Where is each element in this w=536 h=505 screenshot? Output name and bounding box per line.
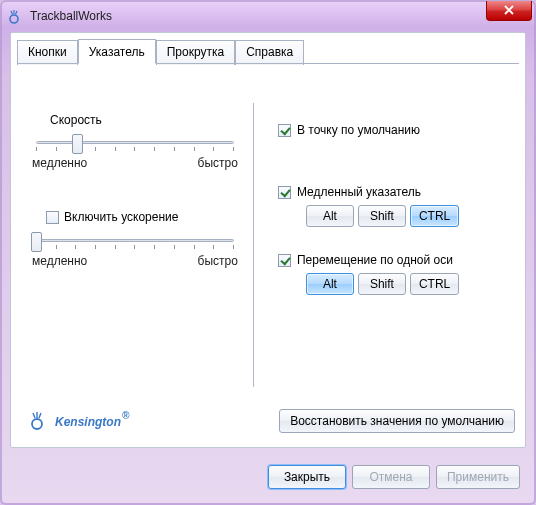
speed-label: Скорость: [50, 113, 238, 127]
slow-pointer-label: Медленный указатель: [297, 185, 421, 199]
titlebar[interactable]: TrackballWorks: [2, 2, 534, 30]
dialog-footer: Закрыть Отмена Применить: [268, 465, 520, 489]
acceleration-slider-thumb[interactable]: [31, 232, 42, 252]
acceleration-group: Включить ускорение медленно быстро: [32, 210, 238, 268]
brand-text: Kensington: [55, 415, 121, 429]
window-frame: TrackballWorks Кнопки Указатель Прокрутк…: [0, 0, 536, 505]
slow-mod-ctrl[interactable]: CTRL: [410, 205, 459, 227]
brand-logo: Kensington ®: [29, 410, 128, 433]
speed-slider-rail: [36, 141, 234, 144]
app-icon: [8, 8, 24, 24]
acceleration-checkbox[interactable]: [46, 211, 59, 224]
axis-lock-label: Перемещение по одной оси: [297, 253, 453, 267]
speed-slider-ticks: [36, 147, 234, 153]
slow-mod-alt[interactable]: Alt: [306, 205, 354, 227]
tab-pointer[interactable]: Указатель: [78, 39, 156, 64]
right-column: В точку по умолчанию Медленный указатель…: [253, 103, 519, 387]
slow-pointer-checkbox[interactable]: [278, 186, 291, 199]
tab-bar: Кнопки Указатель Прокрутка Справка: [17, 39, 531, 64]
acceleration-max-label: быстро: [198, 254, 238, 268]
apply-button: Применить: [436, 465, 520, 489]
speed-slider[interactable]: [32, 132, 238, 154]
axis-mod-ctrl[interactable]: CTRL: [410, 273, 459, 295]
axis-lock-modifiers: Alt Shift CTRL: [306, 273, 504, 295]
brand-icon: [29, 410, 49, 433]
left-column: Скорость медленно быстро Включить уско: [17, 63, 253, 397]
slow-mod-shift[interactable]: Shift: [358, 205, 406, 227]
acceleration-min-label: медленно: [32, 254, 87, 268]
axis-lock-checkbox[interactable]: [278, 254, 291, 267]
tab-help[interactable]: Справка: [235, 40, 304, 65]
svg-point-1: [32, 419, 42, 429]
cancel-button: Отмена: [352, 465, 430, 489]
window-close-button[interactable]: [486, 1, 532, 21]
tab-buttons[interactable]: Кнопки: [17, 40, 78, 65]
window-title: TrackballWorks: [30, 9, 112, 23]
speed-max-label: быстро: [198, 156, 238, 170]
snap-default-label: В точку по умолчанию: [297, 123, 420, 137]
speed-min-max: медленно быстро: [32, 156, 238, 170]
snap-default-checkbox[interactable]: [278, 124, 291, 137]
restore-defaults-label: Восстановить значения по умолчанию: [290, 414, 504, 428]
acceleration-min-max: медленно быстро: [32, 254, 238, 268]
acceleration-slider-ticks: [36, 245, 234, 251]
restore-defaults-button[interactable]: Восстановить значения по умолчанию: [279, 409, 515, 433]
acceleration-slider[interactable]: [32, 230, 238, 252]
tab-scrolling[interactable]: Прокрутка: [156, 40, 235, 65]
trademark-symbol: ®: [122, 410, 129, 421]
tab-content-pointer: Скорость медленно быстро Включить уско: [17, 63, 519, 397]
speed-min-label: медленно: [32, 156, 87, 170]
acceleration-slider-rail: [36, 239, 234, 242]
slow-pointer-modifiers: Alt Shift CTRL: [306, 205, 504, 227]
svg-point-0: [10, 15, 18, 23]
speed-group: Скорость медленно быстро: [32, 113, 238, 170]
speed-slider-thumb[interactable]: [72, 134, 83, 154]
option-snap-default: В точку по умолчанию: [278, 123, 504, 137]
close-button[interactable]: Закрыть: [268, 465, 346, 489]
option-axis-lock: Перемещение по одной оси Alt Shift CTRL: [278, 253, 504, 295]
option-slow-pointer: Медленный указатель Alt Shift CTRL: [278, 185, 504, 227]
acceleration-checkbox-label: Включить ускорение: [64, 210, 178, 224]
axis-mod-alt[interactable]: Alt: [306, 273, 354, 295]
dialog-client-area: Кнопки Указатель Прокрутка Справка Скоро…: [10, 32, 526, 448]
axis-mod-shift[interactable]: Shift: [358, 273, 406, 295]
close-icon: [503, 4, 515, 18]
